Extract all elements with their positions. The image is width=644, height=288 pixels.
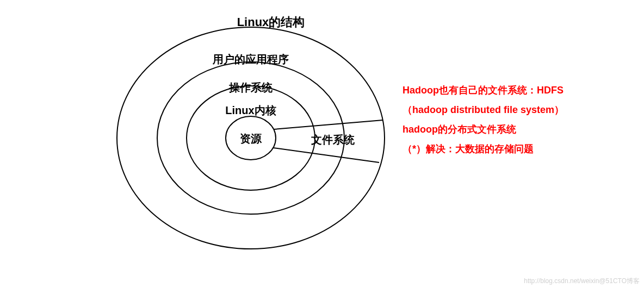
label-middle-ring: 操作系统 xyxy=(229,80,273,95)
watermark: http://blog.csdn.net/weixin@51CTO博客 xyxy=(524,277,640,286)
wedge-line-upper xyxy=(274,120,383,129)
annotation-line-3: hadoop的分布式文件系统 xyxy=(403,120,564,139)
annotation-line-2: （hadoop distributed file system） xyxy=(403,100,564,120)
annotation-line-4: （*）解决：大数据的存储问题 xyxy=(403,139,564,159)
annotation-line-1: Hadoop也有自己的文件系统：HDFS xyxy=(403,80,564,100)
label-core: 资源 xyxy=(240,132,262,146)
diagram-title: Linux的结构 xyxy=(237,14,305,30)
wedge-line-lower xyxy=(273,148,379,162)
label-inner-ring: Linux内核 xyxy=(225,103,276,118)
label-wedge: 文件系统 xyxy=(311,133,355,147)
annotation-block: Hadoop也有自己的文件系统：HDFS （hadoop distributed… xyxy=(403,80,564,159)
label-outer-ring: 用户的应用程序 xyxy=(213,52,289,67)
